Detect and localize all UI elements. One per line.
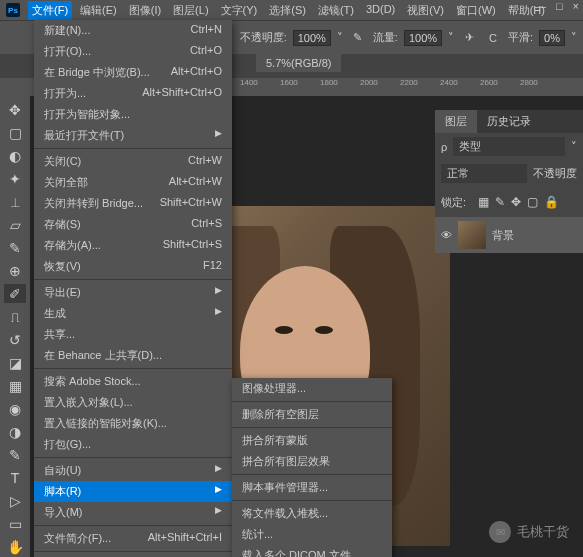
quick-select-tool-icon[interactable]: ✦	[4, 169, 26, 188]
chevron-down-icon[interactable]: ˅	[571, 140, 577, 153]
flow-value[interactable]: 100%	[404, 30, 442, 46]
menu-item-shortcut: Alt+Shift+Ctrl+O	[142, 86, 222, 101]
file-menu-item[interactable]: 文件简介(F)...Alt+Shift+Ctrl+I	[34, 528, 232, 549]
document-tab[interactable]: 5.7%(RGB/8)	[256, 54, 341, 72]
chevron-down-icon[interactable]: ˅	[448, 31, 454, 44]
file-menu-item[interactable]: 关闭并转到 Bridge...Shift+Ctrl+W	[34, 193, 232, 214]
menu-type[interactable]: 文字(Y)	[217, 1, 262, 20]
file-menu-item[interactable]: 新建(N)...Ctrl+N	[34, 20, 232, 41]
file-menu-item[interactable]: 在 Behance 上共享(D)...	[34, 345, 232, 366]
title-bar: Ps 文件(F) 编辑(E) 图像(I) 图层(L) 文字(Y) 选择(S) 滤…	[0, 0, 583, 20]
history-brush-tool-icon[interactable]: ↺	[4, 330, 26, 349]
file-menu-item[interactable]: 导出(E)▶	[34, 282, 232, 303]
visibility-eye-icon[interactable]: 👁	[441, 229, 452, 241]
crop-tool-icon[interactable]: ⟂	[4, 192, 26, 211]
move-tool-icon[interactable]: ✥	[4, 100, 26, 119]
file-menu-item[interactable]: 自动(U)▶	[34, 460, 232, 481]
layer-thumbnail[interactable]	[458, 221, 486, 249]
close-icon[interactable]: ×	[573, 0, 579, 12]
file-menu-item[interactable]: 生成▶	[34, 303, 232, 324]
menu-filter[interactable]: 滤镜(T)	[314, 1, 358, 20]
airbrush-icon[interactable]: ✈	[460, 29, 478, 47]
maximize-icon[interactable]: □	[556, 0, 563, 12]
marquee-tool-icon[interactable]: ▢	[4, 123, 26, 142]
file-menu-item[interactable]: 导入(M)▶	[34, 502, 232, 523]
submenu-arrow-icon: ▶	[215, 505, 222, 520]
minimize-icon[interactable]: —	[535, 0, 546, 12]
hand-tool-icon[interactable]: ✋	[4, 538, 26, 557]
lock-transparent-icon[interactable]: ▦	[478, 195, 489, 209]
file-menu-item[interactable]: 存储(S)Ctrl+S	[34, 214, 232, 235]
kind-filter-select[interactable]: 类型	[453, 137, 565, 156]
menu-view[interactable]: 视图(V)	[403, 1, 448, 20]
opacity-value[interactable]: 100%	[293, 30, 331, 46]
blur-tool-icon[interactable]: ◉	[4, 400, 26, 419]
menu-item-label: 拼合所有蒙版	[242, 433, 308, 448]
file-menu-item[interactable]: 打开为智能对象...	[34, 104, 232, 125]
menu-file[interactable]: 文件(F)	[28, 1, 72, 20]
menu-layer[interactable]: 图层(L)	[169, 1, 212, 20]
file-menu-item[interactable]: 共享...	[34, 324, 232, 345]
file-menu-item[interactable]: 置入链接的智能对象(K)...	[34, 413, 232, 434]
layer-name[interactable]: 背景	[492, 228, 514, 243]
menu-edit[interactable]: 编辑(E)	[76, 1, 121, 20]
file-menu-item[interactable]: 脚本(R)▶	[34, 481, 232, 502]
tab-history[interactable]: 历史记录	[477, 110, 541, 133]
healing-tool-icon[interactable]: ⊕	[4, 261, 26, 280]
shape-tool-icon[interactable]: ▭	[4, 515, 26, 534]
file-menu-item[interactable]: 存储为(A)...Shift+Ctrl+S	[34, 235, 232, 256]
gradient-tool-icon[interactable]: ▦	[4, 377, 26, 396]
eraser-tool-icon[interactable]: ◪	[4, 354, 26, 373]
brush-tool-icon[interactable]: ✐	[4, 284, 26, 303]
layer-row[interactable]: 👁 背景	[435, 217, 583, 253]
scripts-menu-item[interactable]: 拼合所有蒙版	[232, 430, 392, 451]
file-menu-item[interactable]: 打包(G)...	[34, 434, 232, 455]
dodge-tool-icon[interactable]: ◑	[4, 423, 26, 442]
file-menu-item[interactable]: 关闭全部Alt+Ctrl+W	[34, 172, 232, 193]
menu-item-label: 存储为(A)...	[44, 238, 101, 253]
menu-select[interactable]: 选择(S)	[265, 1, 310, 20]
file-menu-item[interactable]: 最近打开文件(T)▶	[34, 125, 232, 146]
scripts-menu-item[interactable]: 拼合所有图层效果	[232, 451, 392, 472]
file-menu-item[interactable]: 打开为...Alt+Shift+Ctrl+O	[34, 83, 232, 104]
scripts-menu-item[interactable]: 统计...	[232, 524, 392, 545]
type-tool-icon[interactable]: T	[4, 469, 26, 488]
pressure-opacity-icon[interactable]: ✎	[349, 29, 367, 47]
menu-window[interactable]: 窗口(W)	[452, 1, 500, 20]
file-menu-item[interactable]: 打开(O)...Ctrl+O	[34, 41, 232, 62]
smoothing-value[interactable]: 0%	[539, 30, 565, 46]
scripts-menu-item[interactable]: 删除所有空图层	[232, 404, 392, 425]
menu-separator	[232, 474, 392, 475]
file-menu-item[interactable]: 恢复(V)F12	[34, 256, 232, 277]
file-menu-item[interactable]: 关闭(C)Ctrl+W	[34, 151, 232, 172]
blend-mode-select[interactable]: 正常	[441, 164, 527, 183]
lock-all-icon[interactable]: 🔒	[544, 195, 559, 209]
scripts-menu-item[interactable]: 将文件载入堆栈...	[232, 503, 392, 524]
scripts-menu-item[interactable]: 载入多个 DICOM 文件...	[232, 545, 392, 557]
menu-3d[interactable]: 3D(D)	[362, 1, 399, 20]
scripts-menu-item[interactable]: 图像处理器...	[232, 378, 392, 399]
tab-layers[interactable]: 图层	[435, 110, 477, 133]
chevron-down-icon[interactable]: ˅	[571, 31, 577, 44]
menu-item-label: 存储(S)	[44, 217, 81, 232]
app-logo: Ps	[6, 3, 20, 17]
path-select-tool-icon[interactable]: ▷	[4, 492, 26, 511]
file-menu-item[interactable]: 在 Bridge 中浏览(B)...Alt+Ctrl+O	[34, 62, 232, 83]
pen-tool-icon[interactable]: ✎	[4, 446, 26, 465]
lock-artboard-icon[interactable]: ▢	[527, 195, 538, 209]
lock-image-icon[interactable]: ✎	[495, 195, 505, 209]
chevron-down-icon[interactable]: ˅	[337, 31, 343, 44]
smoothing-icon[interactable]: C	[484, 29, 502, 47]
menu-item-label: 搜索 Adobe Stock...	[44, 374, 141, 389]
file-menu-item[interactable]: 置入嵌入对象(L)...	[34, 392, 232, 413]
opacity-label: 不透明度:	[240, 30, 287, 45]
stamp-tool-icon[interactable]: ⎍	[4, 307, 26, 326]
file-menu-item[interactable]: 搜索 Adobe Stock...	[34, 371, 232, 392]
eyedropper-tool-icon[interactable]: ✎	[4, 238, 26, 257]
frame-tool-icon[interactable]: ▱	[4, 215, 26, 234]
menu-separator	[34, 148, 232, 149]
menu-image[interactable]: 图像(I)	[125, 1, 165, 20]
lock-position-icon[interactable]: ✥	[511, 195, 521, 209]
lasso-tool-icon[interactable]: ◐	[4, 146, 26, 165]
scripts-menu-item[interactable]: 脚本事件管理器...	[232, 477, 392, 498]
